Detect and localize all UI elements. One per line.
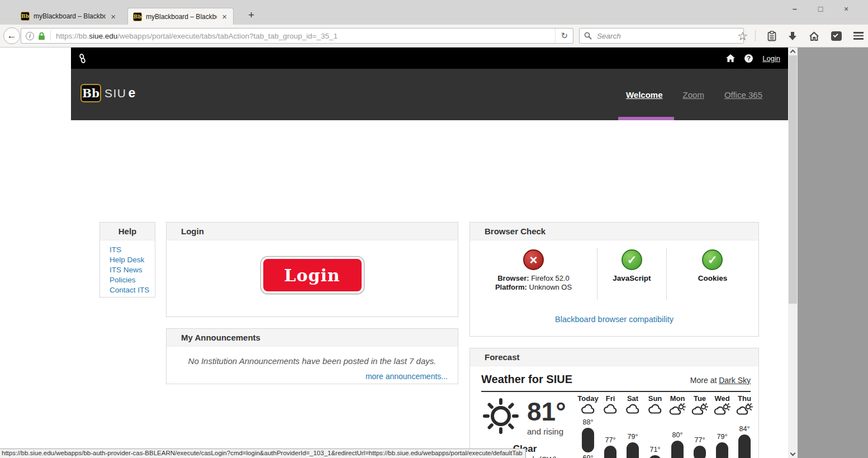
pocket-icon[interactable] xyxy=(831,31,842,41)
forecast-days: Today88°69°Fri77°55°Sat79°56°Sun71°62°Mo… xyxy=(577,394,756,458)
browser-check-browser: × Browser: Firefox 52.0 Platform: Unknow… xyxy=(470,248,597,300)
dark-sky-link[interactable]: Dark Sky xyxy=(719,376,751,385)
vertical-scrollbar[interactable] xyxy=(788,48,798,458)
high-temp: 84° xyxy=(733,425,756,433)
link-policies[interactable]: Policies xyxy=(110,275,155,285)
site-header: Bb SIU e Welcome Zoom Office 365 xyxy=(71,69,788,120)
bookmarks-clipboard-icon[interactable] xyxy=(767,31,776,41)
downloads-icon[interactable] xyxy=(788,31,797,41)
help-question-icon[interactable]: ? xyxy=(744,54,753,63)
close-tab-icon[interactable]: × xyxy=(110,12,117,21)
new-tab-button[interactable]: + xyxy=(248,10,254,20)
temp-range-chart: 80°62° xyxy=(666,417,689,458)
high-temp: 88° xyxy=(577,418,599,426)
temp-range-bar xyxy=(694,446,706,458)
window-controls: – □ × xyxy=(782,2,859,16)
search-bar[interactable] xyxy=(579,28,744,44)
forecast-day-column: Sun71°62° xyxy=(644,394,666,458)
browser-line: Browser: Firefox 52.0 xyxy=(470,274,597,283)
browser-titlebar: Bb myBlackboard – Blackboa... × Bb myBla… xyxy=(0,0,868,25)
forecast-divider xyxy=(481,391,751,392)
browser-tab-inactive[interactable]: Bb myBlackboard – Blackboa... × xyxy=(16,8,122,25)
browser-tab-active[interactable]: Bb myBlackboard – Blackboa... × xyxy=(127,8,234,25)
menu-icon[interactable] xyxy=(853,32,864,40)
platform-value: Unknown OS xyxy=(527,283,572,291)
browser-toolbar: ← i https://bb.siue.edu/webapps/portal/e… xyxy=(0,25,868,48)
browser-check-module: Browser Check × Browser: Firefox 52.0 Pl… xyxy=(469,222,759,337)
search-icon xyxy=(584,32,592,40)
info-icon[interactable]: i xyxy=(26,32,34,40)
temp-range-chart: 79°56° xyxy=(622,417,644,458)
module-title: Forecast xyxy=(470,348,758,366)
temp-range-bar xyxy=(649,455,661,458)
bb-siue-logo: Bb SIU e xyxy=(80,84,135,102)
cloudy-icon xyxy=(622,403,644,417)
scroll-down-icon[interactable] xyxy=(790,451,795,456)
day-label: Fri xyxy=(599,394,622,403)
high-temp: 71° xyxy=(644,446,666,454)
forecast-day-column: Tue77°65° xyxy=(689,394,711,458)
link-contact-its[interactable]: Contact ITS xyxy=(110,285,155,295)
page-viewport: ? Login Bb SIU e Welcome Zoom Office 365… xyxy=(0,48,868,458)
home-icon[interactable] xyxy=(809,31,819,41)
module-title: My Announcements xyxy=(167,329,458,347)
scrollbar-thumb[interactable] xyxy=(789,55,797,304)
temp-range-chart: 71°62° xyxy=(644,417,666,458)
sun-icon xyxy=(480,395,521,437)
blackboard-logo-icon: Bb xyxy=(80,84,101,102)
forecast-day-column: Sat79°56° xyxy=(622,394,644,458)
help-links: ITS Help Desk ITS News Policies Contact … xyxy=(100,240,155,295)
link-its[interactable]: ITS xyxy=(110,245,155,255)
temp-range-bar xyxy=(604,446,616,458)
tab-title: myBlackboard – Blackboa... xyxy=(146,13,217,21)
search-input[interactable] xyxy=(596,31,739,41)
more-announcements-link[interactable]: more announcements... xyxy=(167,372,448,381)
high-temp: 79° xyxy=(711,433,733,441)
url-text: https://bb.siue.edu/webapps/portal/execu… xyxy=(56,32,555,40)
back-button[interactable]: ← xyxy=(3,27,20,44)
bookmark-star-icon[interactable]: ☆ xyxy=(737,30,748,42)
scroll-up-icon[interactable] xyxy=(790,50,795,55)
partly-sunny-icon xyxy=(733,403,756,417)
temp-range-chart: 84°61° xyxy=(733,417,756,458)
url-bar[interactable]: i https://bb.siue.edu/webapps/portal/exe… xyxy=(21,28,573,44)
more-at-prefix: More at xyxy=(690,376,719,385)
module-title: Browser Check xyxy=(470,223,758,240)
low-temp: 69° xyxy=(577,454,599,458)
more-at-text: More at Dark Sky xyxy=(690,376,751,385)
temp-range-bar xyxy=(582,428,594,452)
close-window-button[interactable]: × xyxy=(833,2,859,16)
link-its-news[interactable]: ITS News xyxy=(110,265,155,275)
tab-zoom[interactable]: Zoom xyxy=(683,90,704,100)
cloudy-icon xyxy=(644,403,666,417)
url-host: siue.edu xyxy=(89,32,117,40)
module-title: Help xyxy=(100,223,155,240)
blackboard-favicon-icon: Bb xyxy=(21,12,30,21)
partly-sunny-icon xyxy=(711,403,733,417)
day-label: Sun xyxy=(644,394,666,403)
browser-compatibility-link[interactable]: Blackboard browser compatibility xyxy=(555,315,673,324)
reload-icon[interactable]: ↻ xyxy=(555,29,573,43)
link-help-desk[interactable]: Help Desk xyxy=(110,255,155,265)
temp-range-chart: 79°63° xyxy=(711,417,733,458)
quick-links-chain-icon[interactable] xyxy=(79,54,86,63)
minimize-button[interactable]: – xyxy=(782,2,808,16)
topbar-login-link[interactable]: Login xyxy=(762,54,780,63)
close-tab-icon[interactable]: × xyxy=(221,12,228,21)
status-url: https://bb.siue.edu/webapps/bb-auth-prov… xyxy=(2,450,523,456)
home-icon[interactable] xyxy=(726,54,735,63)
cloudy-icon xyxy=(577,403,599,417)
platform-line: Platform: Unknown OS xyxy=(470,283,597,292)
page-top-bar: ? Login xyxy=(71,48,788,69)
day-label: Tue xyxy=(689,394,711,403)
cookies-label: Cookies xyxy=(667,274,758,282)
weather-title: Weather for SIUE xyxy=(481,373,572,386)
login-button[interactable]: Login xyxy=(261,257,364,294)
tab-office-365[interactable]: Office 365 xyxy=(724,90,762,100)
browser-check-javascript: ✓ JavaScript xyxy=(597,248,666,300)
tab-welcome[interactable]: Welcome xyxy=(626,90,663,100)
maximize-button[interactable]: □ xyxy=(808,2,833,16)
browser-value: Firefox 52.0 xyxy=(529,274,570,282)
forecast-module: Forecast Weather for SIUE More at Dark S… xyxy=(469,348,759,458)
browser-label: Browser: xyxy=(497,274,529,282)
